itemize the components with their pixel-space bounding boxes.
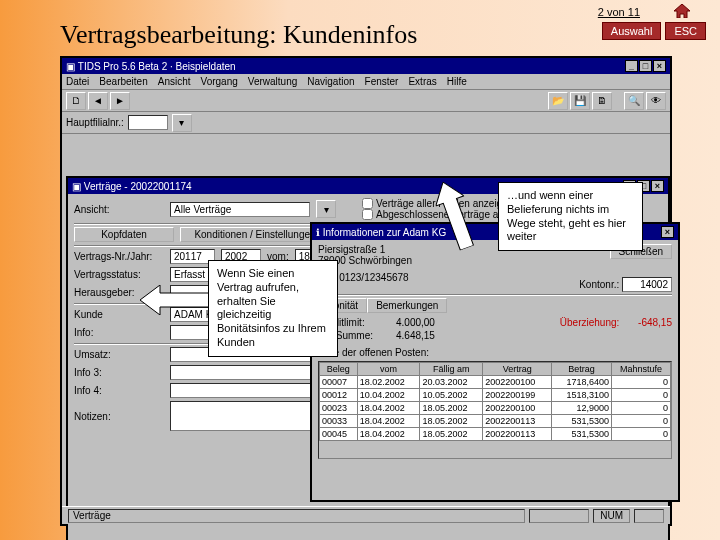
table-row[interactable]: 0002318.04.200218.05.2002200220010012,90…: [320, 402, 671, 415]
menu-navigation[interactable]: Navigation: [307, 76, 354, 87]
popup-tel: 0123/12345678: [339, 272, 409, 283]
close-button[interactable]: ×: [653, 60, 666, 72]
tool-save-icon[interactable]: 💾: [570, 92, 590, 110]
info3-label: Info 3:: [74, 367, 164, 378]
op-col-header: Fällig am: [420, 363, 483, 376]
tool-fwd-icon[interactable]: ►: [110, 92, 130, 110]
filter-label: Hauptfilialnr.:: [66, 117, 124, 128]
kopfdaten-button[interactable]: Kopfdaten: [74, 227, 174, 242]
menu-extras[interactable]: Extras: [408, 76, 436, 87]
filter-dropdown-icon[interactable]: ▾: [172, 114, 192, 132]
kreditlimit-value: 4.000,00: [396, 317, 435, 328]
home-icon[interactable]: [674, 4, 690, 18]
callout-weiter: …und wenn einer Belieferung nichts im We…: [498, 182, 643, 251]
status-bar: Verträge NUM: [62, 506, 670, 524]
child-close-button[interactable]: ×: [651, 180, 664, 192]
contract-title: Verträge - 20022001174: [84, 181, 192, 192]
tab-bemerkungen[interactable]: Bemerkungen: [367, 298, 447, 313]
arrow-left-icon: [140, 285, 210, 315]
menu-vorgang[interactable]: Vorgang: [201, 76, 238, 87]
opsumme-value: 4.648,15: [396, 330, 435, 341]
notizen-label: Notizen:: [74, 411, 164, 422]
popup-konto: 14002: [622, 277, 672, 292]
callout-bonitaet: Wenn Sie einen Vertrag aufrufen, erhalte…: [208, 260, 338, 357]
popup-konto-label: Kontonr.:: [579, 279, 619, 290]
maximize-button[interactable]: □: [639, 60, 652, 72]
chk-alle-filialen[interactable]: [362, 198, 373, 209]
info4-label: Info 4:: [74, 385, 164, 396]
filter-field[interactable]: [128, 115, 168, 130]
status-text: Verträge: [68, 509, 525, 523]
menu-fenster[interactable]: Fenster: [365, 76, 399, 87]
ueberziehung-value: -648,15: [638, 317, 672, 341]
tool-find-icon[interactable]: 🔍: [624, 92, 644, 110]
tool-back-icon[interactable]: ◄: [88, 92, 108, 110]
slide-counter: 2 von 11: [598, 6, 640, 18]
tool-doc-icon[interactable]: 🗎: [592, 92, 612, 110]
menu-datei[interactable]: Datei: [66, 76, 89, 87]
status-num: NUM: [593, 509, 630, 523]
ueberziehung-label: Überziehung:: [560, 317, 619, 341]
chk-abgeschlossen[interactable]: [362, 209, 373, 220]
op-col-header: Beleg: [320, 363, 358, 376]
filter-row: Hauptfilialnr.: ▾: [62, 112, 670, 134]
svg-marker-0: [140, 285, 210, 315]
umsatz-label: Umsatz:: [74, 349, 164, 360]
menu-bar[interactable]: Datei Bearbeiten Ansicht Vorgang Verwalt…: [62, 74, 670, 90]
menu-bearbeiten[interactable]: Bearbeiten: [99, 76, 147, 87]
info-label: Info:: [74, 327, 164, 338]
status-cell-1: [529, 509, 589, 523]
op-col-header: Mahnstufe: [611, 363, 670, 376]
op-liste-label: Liste der offenen Posten:: [318, 347, 672, 358]
popup-close-button[interactable]: ×: [661, 226, 674, 238]
op-table: BelegvomFällig amVertragBetragMahnstufe …: [319, 362, 671, 441]
tool-new-icon[interactable]: 🗋: [66, 92, 86, 110]
table-row[interactable]: 0001210.04.200210.05.200220022001991518,…: [320, 389, 671, 402]
menu-verwaltung[interactable]: Verwaltung: [248, 76, 297, 87]
op-col-header: vom: [357, 363, 420, 376]
ansicht-select[interactable]: Alle Verträge: [170, 202, 310, 217]
auswahl-button[interactable]: Auswahl: [602, 22, 662, 40]
popup-title: Informationen zur Adam KG: [323, 227, 446, 238]
menu-ansicht[interactable]: Ansicht: [158, 76, 191, 87]
table-row[interactable]: 0004518.04.200218.05.20022002200113531,5…: [320, 428, 671, 441]
ansicht-dropdown-icon[interactable]: ▾: [316, 200, 336, 218]
brand-label: Arkade Software: [0, 330, 6, 480]
popup-icon: ℹ: [316, 227, 320, 238]
esc-button[interactable]: ESC: [665, 22, 706, 40]
ansicht-label: Ansicht:: [74, 204, 164, 215]
app-title: TIDS Pro 5.6 Beta 2 · Beispieldaten: [78, 61, 236, 72]
app-titlebar: ▣ TIDS Pro 5.6 Beta 2 · Beispieldaten _ …: [62, 58, 670, 74]
status-cell-3: [634, 509, 664, 523]
popup-addr1: Piersigstraße 1: [318, 244, 412, 255]
table-row[interactable]: 0003318.04.200218.05.20022002200113531,5…: [320, 415, 671, 428]
contract-icon: ▣: [72, 181, 81, 192]
toolbar-1: 🗋 ◄ ► 📂 💾 🗎 🔍 👁: [62, 90, 670, 112]
vertragsnr-label: Vertrags-Nr./Jahr:: [74, 251, 164, 262]
minimize-button[interactable]: _: [625, 60, 638, 72]
tool-eye-icon[interactable]: 👁: [646, 92, 666, 110]
op-col-header: Betrag: [552, 363, 612, 376]
info-popup: ℹ Informationen zur Adam KG × Piersigstr…: [310, 222, 680, 502]
tool-open-icon[interactable]: 📂: [548, 92, 568, 110]
konditionen-button[interactable]: Konditionen / Einstellungen: [180, 227, 330, 242]
app-icon: ▣: [66, 61, 75, 72]
vertragsstatus-label: Vertragsstatus:: [74, 269, 164, 280]
menu-hilfe[interactable]: Hilfe: [447, 76, 467, 87]
op-col-header: Vertrag: [483, 363, 552, 376]
table-row[interactable]: 0000718.02.200220.03.200220022001001718,…: [320, 376, 671, 389]
